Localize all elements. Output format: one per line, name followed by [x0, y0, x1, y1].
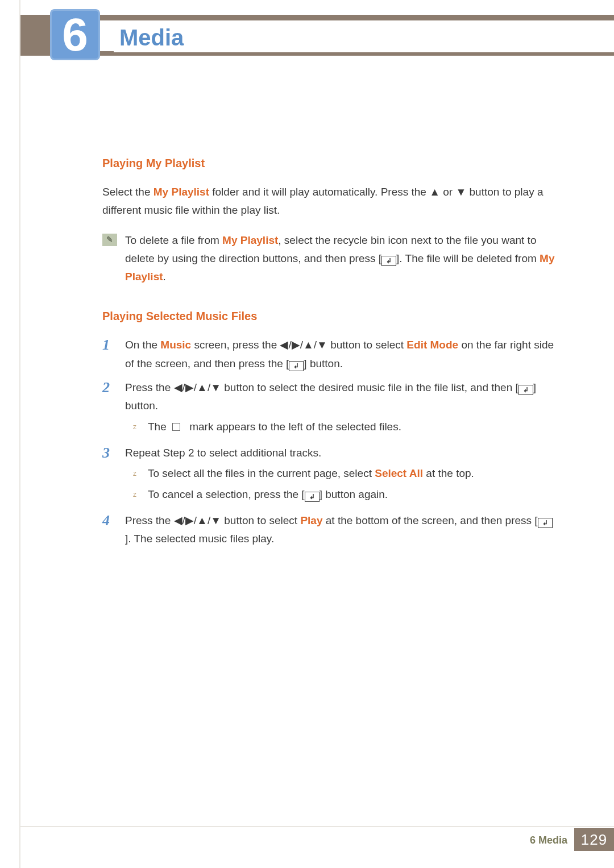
sub-text: To select all the files in the current p…	[148, 464, 474, 483]
text: .	[163, 271, 166, 283]
text: Press the ◀/▶/▲/▼ button to select	[125, 514, 300, 526]
checkbox-icon	[172, 423, 180, 431]
sub-bullet: z To select all the files in the current…	[133, 464, 557, 483]
step-body: Press the ◀/▶/▲/▼ button to select Play …	[125, 512, 557, 549]
sub-bullet: z The mark appears to the left of the se…	[133, 418, 557, 436]
section-heading-playing-my-playlist: Playing My Playlist	[102, 153, 557, 173]
note-text: To delete a file from My Playlist, selec…	[125, 231, 557, 286]
text: To cancel a selection, press the [	[148, 488, 305, 500]
text: Press the ◀/▶/▲/▼ button to select the d…	[125, 381, 518, 393]
step-3: 3 Repeat Step 2 to select additional tra…	[102, 444, 557, 506]
note-block: ✎ To delete a file from My Playlist, sel…	[102, 231, 557, 286]
step-number: 4	[102, 512, 115, 549]
bullet-icon: z	[133, 468, 140, 483]
chapter-number: 6	[62, 11, 88, 58]
step-number: 2	[102, 379, 115, 438]
keyword-play: Play	[300, 514, 322, 526]
keyword-select-all: Select All	[375, 467, 423, 479]
text: To select all the files in the current p…	[148, 467, 375, 479]
bullet-icon: z	[133, 421, 140, 436]
enter-icon	[289, 361, 304, 371]
section-heading-playing-selected-music-files: Playing Selected Music Files	[102, 306, 557, 326]
note-icon: ✎	[102, 234, 117, 246]
step-text: Press the ◀/▶/▲/▼ button to select the d…	[125, 379, 557, 416]
chapter-number-box: 6	[50, 9, 100, 60]
keyword-my-playlist: My Playlist	[222, 234, 278, 246]
step-number: 1	[102, 336, 115, 373]
intro-paragraph: Select the My Playlist folder and it wil…	[102, 183, 557, 220]
document-page: 6 Media Playing My Playlist Select the M…	[0, 0, 614, 868]
text: at the top.	[423, 467, 474, 479]
step-text: Repeat Step 2 to select additional track…	[125, 444, 557, 462]
text: Select the	[102, 186, 154, 198]
text: at the bottom of the screen, and then pr…	[323, 514, 538, 526]
text: On the	[125, 339, 160, 351]
sub-text: The mark appears to the left of the sele…	[148, 418, 401, 436]
step-number: 3	[102, 444, 115, 506]
keyword-edit-mode: Edit Mode	[406, 339, 458, 351]
enter-icon	[381, 256, 396, 266]
step-list: 1 On the Music screen, press the ◀/▶/▲/▼…	[102, 336, 557, 548]
text: ]. The selected music files play.	[125, 533, 274, 545]
left-margin-rule	[19, 0, 20, 868]
text: mark appears to the left of the selected…	[186, 421, 401, 433]
text: To delete a file from	[125, 234, 222, 246]
content-area: Playing My Playlist Select the My Playli…	[102, 148, 557, 554]
step-body: Press the ◀/▶/▲/▼ button to select the d…	[125, 379, 557, 438]
text: The	[148, 421, 169, 433]
chapter-title: Media	[114, 23, 614, 52]
enter-icon	[538, 518, 553, 528]
step-body: On the Music screen, press the ◀/▶/▲/▼ b…	[125, 336, 557, 373]
sub-text: To cancel a selection, press the [] butt…	[148, 485, 388, 504]
footer-page-number: 129	[574, 828, 614, 851]
text: ] button again.	[320, 488, 388, 500]
step-body: Repeat Step 2 to select additional track…	[125, 444, 557, 506]
step-1: 1 On the Music screen, press the ◀/▶/▲/▼…	[102, 336, 557, 373]
text: ]. The file will be deleted from	[396, 252, 540, 264]
keyword-music: Music	[160, 339, 191, 351]
page-footer: 6 Media 129	[0, 828, 614, 851]
keyword-my-playlist: My Playlist	[154, 186, 209, 198]
bullet-icon: z	[133, 489, 140, 504]
sub-bullet: z To cancel a selection, press the [] bu…	[133, 485, 557, 504]
footer-chapter-label: 6 Media	[530, 834, 567, 846]
enter-icon	[518, 385, 533, 395]
footer-rule	[20, 826, 614, 827]
step-2: 2 Press the ◀/▶/▲/▼ button to select the…	[102, 379, 557, 438]
enter-icon	[305, 492, 320, 502]
text: ] button.	[304, 358, 343, 369]
step-4: 4 Press the ◀/▶/▲/▼ button to select Pla…	[102, 512, 557, 549]
text: screen, press the ◀/▶/▲/▼ button to sele…	[191, 339, 406, 351]
